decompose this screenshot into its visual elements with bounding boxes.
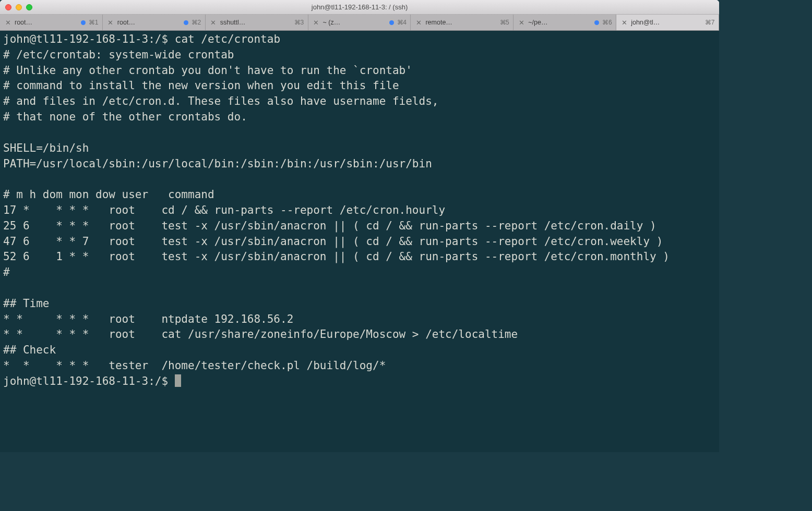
tab-6[interactable]: ✕~/pe…⌘6 <box>514 15 616 30</box>
tab-shortcut: ⌘7 <box>705 19 714 26</box>
close-button[interactable] <box>5 4 11 10</box>
close-icon[interactable]: ✕ <box>415 19 422 26</box>
tab-shortcut: ⌘2 <box>192 19 201 26</box>
titlebar[interactable]: john@tl11-192-168-11-3: / (ssh) <box>0 0 719 15</box>
tab-label: ~/pe… <box>528 19 591 26</box>
tab-3[interactable]: ✕sshuttl…⌘3 <box>206 15 308 30</box>
terminal-output[interactable]: john@tl11-192-168-11-3:/$ cat /etc/cront… <box>0 31 719 452</box>
command-output: # /etc/crontab: system-wide crontab # Un… <box>3 48 670 372</box>
close-icon[interactable]: ✕ <box>107 19 114 26</box>
activity-dot-icon <box>389 20 394 25</box>
tab-shortcut: ⌘5 <box>500 19 509 26</box>
tab-label: john@tl… <box>631 19 702 26</box>
tab-bar: ✕root…⌘1✕root…⌘2✕sshuttl…⌘3✕~ (z…⌘4✕remo… <box>0 15 719 31</box>
close-icon[interactable]: ✕ <box>313 19 320 26</box>
tab-shortcut: ⌘1 <box>89 19 98 26</box>
tab-label: root… <box>15 19 78 26</box>
shell-prompt: john@tl11-192-168-11-3:/$ <box>3 33 175 45</box>
tab-4[interactable]: ✕~ (z…⌘4 <box>308 15 411 30</box>
tab-label: root… <box>117 19 181 26</box>
tab-label: ~ (z… <box>323 19 386 26</box>
tab-7[interactable]: ✕john@tl…⌘7 <box>616 15 719 30</box>
tab-1[interactable]: ✕root…⌘1 <box>0 15 103 30</box>
minimize-button[interactable] <box>16 4 22 10</box>
close-icon[interactable]: ✕ <box>518 19 525 26</box>
close-icon[interactable]: ✕ <box>4 19 11 26</box>
shell-command: cat /etc/crontab <box>175 33 280 45</box>
tab-shortcut: ⌘4 <box>397 19 407 26</box>
shell-prompt: john@tl11-192-168-11-3:/$ <box>3 375 175 387</box>
zoom-button[interactable] <box>26 4 32 10</box>
activity-dot-icon <box>81 20 86 25</box>
tab-2[interactable]: ✕root…⌘2 <box>103 15 206 30</box>
tab-label: sshuttl… <box>220 19 291 26</box>
tab-label: remote… <box>425 19 496 26</box>
tab-shortcut: ⌘3 <box>294 19 304 26</box>
terminal-window: john@tl11-192-168-11-3: / (ssh) ✕root…⌘1… <box>0 0 719 452</box>
cursor <box>175 374 181 387</box>
window-title: john@tl11-192-168-11-3: / (ssh) <box>0 3 719 11</box>
traffic-lights <box>0 4 32 10</box>
close-icon[interactable]: ✕ <box>620 19 628 26</box>
activity-dot-icon <box>594 20 599 25</box>
close-icon[interactable]: ✕ <box>210 19 217 26</box>
tab-shortcut: ⌘6 <box>602 19 612 26</box>
activity-dot-icon <box>184 20 188 25</box>
tab-5[interactable]: ✕remote…⌘5 <box>411 15 514 30</box>
